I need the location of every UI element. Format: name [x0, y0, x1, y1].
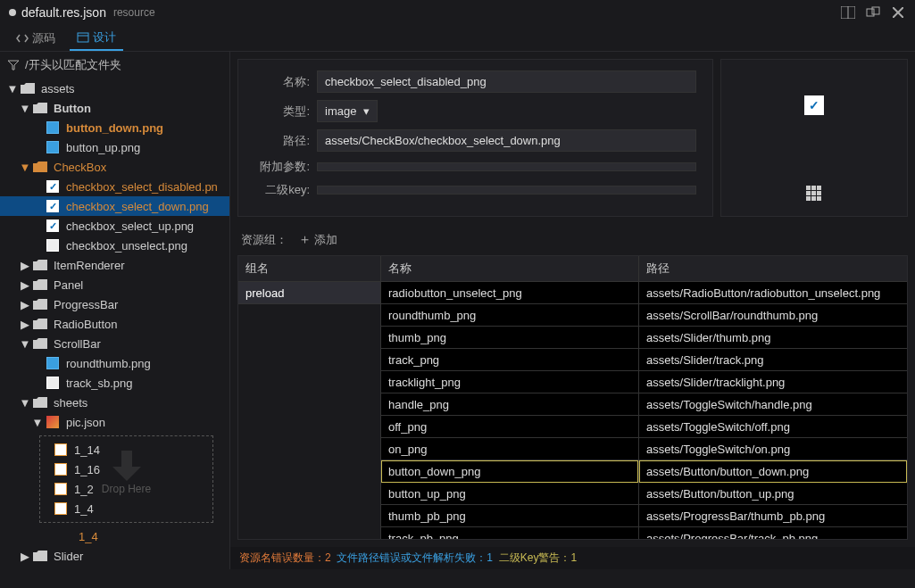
tree-checkbox-folder[interactable]: ▼CheckBox — [0, 157, 229, 177]
tree-assets[interactable]: ▼assets — [0, 79, 229, 98]
table-row-path[interactable]: assets/ScrollBar/roundthumb.png — [639, 304, 907, 327]
table-row-name[interactable]: thumb_png — [381, 327, 638, 349]
tree-panel[interactable]: ▶Panel — [0, 275, 229, 294]
asset-tree: ▼assets ▼Button button_down.png button_u… — [0, 79, 229, 569]
table-row-path[interactable]: assets/RadioButton/radiobutton_unselect.… — [639, 282, 907, 304]
tree-track-sb[interactable]: track_sb.png — [0, 373, 229, 393]
table-row-path[interactable]: assets/Slider/thumb.png — [639, 327, 907, 349]
table-row-path[interactable]: assets/ToggleSwitch/handle.png — [639, 393, 907, 416]
sidebar-filter-placeholder: /开头以匹配文件夹 — [25, 57, 121, 73]
table-row-name[interactable]: handle_png — [381, 393, 638, 416]
tree-button-up[interactable]: button_up.png — [0, 137, 229, 157]
svg-rect-16 — [817, 196, 821, 201]
tree-progressbar[interactable]: ▶ProgressBar — [0, 294, 229, 314]
chevron-down-icon: ▾ — [363, 104, 370, 118]
tree-s114[interactable]: 1_14 — [44, 440, 209, 460]
tree-scrollbar[interactable]: ▼ScrollBar — [0, 334, 229, 353]
table-row-path[interactable]: assets/ProgressBar/thumb_pb.png — [639, 505, 907, 527]
preview-panel: ✓ — [720, 59, 908, 217]
prop-subkey-label: 二级key: — [254, 182, 310, 198]
res-title: 资源组： — [241, 232, 287, 248]
tree-cb-up[interactable]: ✓checkbox_select_up.png — [0, 216, 229, 236]
checkbox-icon: ✓ — [46, 200, 59, 212]
preview-thumbnail: ✓ — [804, 95, 824, 115]
table-row-name[interactable]: track_pb_png — [381, 527, 638, 540]
tree-s14b[interactable]: 1_4 — [0, 526, 229, 546]
close-icon[interactable] — [890, 4, 906, 21]
table-row-name[interactable]: button_down_png — [381, 460, 638, 483]
image-icon — [46, 377, 59, 389]
tree-s116[interactable]: 1_16 — [44, 460, 209, 479]
table-row-path[interactable]: assets/ToggleSwitch/on.png — [639, 438, 907, 460]
tab-design-label: 设计 — [93, 29, 116, 46]
tree-radiobutton[interactable]: ▶RadioButton — [0, 314, 229, 334]
svg-rect-12 — [811, 191, 816, 195]
tree-slider[interactable]: ▶Slider — [0, 546, 229, 566]
tree-roundthumb[interactable]: roundthumb.png — [0, 353, 229, 373]
status-err-label: 资源名错误数量： — [239, 551, 325, 564]
table-row-name[interactable]: on_png — [381, 438, 638, 460]
table-row-path[interactable]: assets/Slider/track.png — [639, 349, 907, 371]
tree-button-down[interactable]: button_down.png — [0, 118, 229, 137]
col-group-header: 组名 — [238, 256, 380, 282]
status-warn-count: 1 — [570, 551, 577, 564]
view-tabs: 源码 设计 — [0, 25, 915, 52]
dropzone[interactable]: 1_14 1_16 1_2 Drop Here 1_4 — [39, 435, 213, 523]
sidebar-filter[interactable]: /开头以匹配文件夹 — [0, 52, 229, 79]
plus-icon: ＋ — [298, 231, 312, 248]
table-row-name[interactable]: thumb_pb_png — [381, 505, 638, 527]
group-preload[interactable]: preload — [238, 282, 380, 304]
table-row-name[interactable]: button_up_png — [381, 483, 638, 505]
tab-source-label: 源码 — [32, 30, 55, 46]
file-dirty-dot — [9, 9, 16, 16]
table-row-path[interactable]: assets/Button/button_down.png — [639, 460, 907, 483]
prop-type-select[interactable]: image▾ — [317, 100, 378, 122]
prop-path-input[interactable]: assets/CheckBox/checkbox_select_down.png — [317, 129, 696, 152]
svg-rect-11 — [806, 191, 811, 195]
svg-rect-15 — [811, 196, 816, 201]
tree-sheets[interactable]: ▼sheets — [0, 393, 229, 412]
split-icon[interactable] — [840, 4, 856, 21]
table-row-name[interactable]: roundthumb_png — [381, 304, 638, 327]
tree-button-folder[interactable]: ▼Button — [0, 98, 229, 118]
table-row-name[interactable]: off_png — [381, 416, 638, 438]
add-group-button[interactable]: ＋添加 — [298, 231, 337, 248]
prop-subkey-input[interactable] — [317, 186, 696, 195]
prop-type-label: 类型: — [254, 104, 310, 120]
col-name-header: 名称 — [381, 256, 638, 282]
prop-extra-input[interactable] — [317, 162, 696, 171]
tab-design[interactable]: 设计 — [70, 26, 123, 51]
tree-cb-unselect[interactable]: checkbox_unselect.png — [0, 236, 229, 255]
tree-cb-down[interactable]: ✓checkbox_select_down.png — [0, 196, 229, 216]
tree-cb-disabled[interactable]: ✓checkbox_select_disabled.pn — [0, 177, 229, 196]
image-icon — [46, 357, 59, 369]
table-row-path[interactable]: assets/Slider/tracklight.png — [639, 371, 907, 393]
content-area: 名称:checkbox_select_disabled_png 类型:image… — [230, 52, 915, 569]
table-row-name[interactable]: radiobutton_unselect_png — [381, 282, 638, 304]
properties-panel: 名称:checkbox_select_disabled_png 类型:image… — [237, 59, 713, 217]
link-icon[interactable] — [865, 4, 881, 21]
table-row-name[interactable]: tracklight_png — [381, 371, 638, 393]
resource-section: 资源组： ＋添加 组名 preload 名称 radiobutton_unsel… — [237, 224, 908, 540]
image-icon — [46, 141, 59, 153]
json-icon — [46, 416, 59, 428]
tree-itemrenderer[interactable]: ▶ItemRenderer — [0, 255, 229, 275]
table-row-path[interactable]: assets/Button/button_up.png — [639, 483, 907, 505]
table-row-name[interactable]: track_png — [381, 349, 638, 371]
status-err-count: 2 — [325, 551, 331, 564]
grid-toggle-icon[interactable] — [806, 186, 822, 202]
prop-name-label: 名称: — [254, 74, 310, 90]
svg-rect-8 — [806, 186, 811, 190]
tree-picjson[interactable]: ▼pic.json — [0, 412, 229, 432]
tab-source[interactable]: 源码 — [9, 27, 62, 50]
tree-s12[interactable]: 1_2 — [44, 479, 209, 499]
svg-rect-2 — [867, 9, 874, 16]
prop-name-input[interactable]: checkbox_select_disabled_png — [317, 70, 696, 93]
file-type: resource — [113, 6, 155, 19]
checkbox-icon: ✓ — [46, 180, 59, 193]
tree-s14[interactable]: 1_4 — [44, 499, 209, 518]
titlebar: default.res.json resource — [0, 0, 915, 25]
table-row-path[interactable]: assets/ProgressBar/track_pb.png — [639, 527, 907, 540]
checkbox-icon: ✓ — [46, 219, 59, 232]
table-row-path[interactable]: assets/ToggleSwitch/off.png — [639, 416, 907, 438]
